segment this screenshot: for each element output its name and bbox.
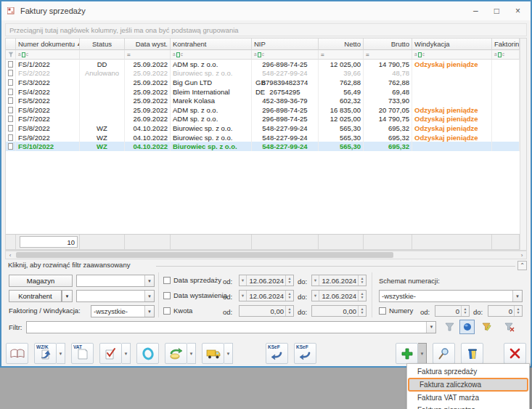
- wzk-dropdown-button[interactable]: ▼: [57, 343, 65, 364]
- column-header-data[interactable]: Data wyst.: [125, 39, 171, 50]
- view-invoice-button[interactable]: [433, 343, 455, 364]
- column-header-status[interactable]: Status: [80, 39, 125, 50]
- book-button[interactable]: [6, 343, 28, 364]
- table-row[interactable]: FS/2/2022Anulowano25.09.2022Biurowiec sp…: [6, 69, 520, 78]
- spinner-icon[interactable]: ▲▼: [358, 306, 366, 316]
- checkbox-icon[interactable]: [163, 292, 171, 299]
- table-row[interactable]: FS/7/202226.09.2022ADM sp. z o.o.296-898…: [6, 115, 520, 124]
- column-header-windykacja[interactable]: Windykacja: [412, 39, 492, 50]
- close-button[interactable]: ×: [515, 7, 520, 15]
- data-wystawienia-od-field[interactable]: ▼ 12.06.2024 ▲▼: [239, 290, 294, 301]
- column-header-faktoring[interactable]: Faktoring: [492, 39, 520, 50]
- windykacja-link[interactable]: Odzyskaj pieniądze: [414, 134, 478, 142]
- column-header-brutto[interactable]: Brutto: [364, 39, 412, 50]
- close-window-button[interactable]: [504, 343, 526, 364]
- row-checkbox[interactable]: [8, 125, 13, 131]
- scroll-right-icon[interactable]: ›: [517, 252, 526, 259]
- menu-item-faktura-sprzeda-y[interactable]: Faktura sprzedaży: [407, 365, 529, 378]
- scroll-left-icon[interactable]: ‹: [6, 252, 15, 259]
- row-checkbox[interactable]: [8, 116, 13, 122]
- chevron-down-icon[interactable]: ▼: [426, 322, 435, 333]
- spinner-icon[interactable]: ▲▼: [358, 275, 366, 286]
- filter-cell-brutto[interactable]: =: [364, 50, 412, 60]
- filter-panel-header[interactable]: Kliknij, aby rozwinąć filtr zaawansowany: [8, 261, 133, 269]
- row-checkbox[interactable]: [8, 143, 13, 150]
- payments-button[interactable]: [165, 343, 187, 364]
- row-checkbox[interactable]: [8, 89, 13, 95]
- spinner-icon[interactable]: ▲▼: [358, 291, 366, 301]
- filter-cell-nip[interactable]: ac: [252, 50, 319, 60]
- scrollbar-thumb[interactable]: [16, 252, 393, 258]
- filter-apply-button[interactable]: [442, 320, 457, 334]
- approve-dropdown-button[interactable]: ▼: [122, 343, 131, 364]
- kontrahent-dropdown-button[interactable]: ▼: [62, 290, 73, 302]
- numery-do-field[interactable]: 0 ▲▼: [488, 305, 523, 317]
- column-header-kontrahent[interactable]: Kontrahent: [171, 39, 252, 50]
- maximize-button[interactable]: □: [494, 7, 499, 15]
- kwota-do-field[interactable]: 0,00 ▲▼: [311, 305, 367, 317]
- chevron-down-icon[interactable]: ▼: [144, 291, 154, 301]
- group-by-bar[interactable]: Przeciągnij tutaj nagłówek kolumny, jeśl…: [5, 23, 527, 36]
- data-sprzedazy-checkbox[interactable]: Data sprzedaży: [163, 276, 221, 284]
- filter-active-toggle[interactable]: [459, 320, 475, 334]
- spinner-icon[interactable]: ▲▼: [461, 306, 469, 316]
- table-row[interactable]: FS/3/202225.09.2022Big Gun LTDGB87983948…: [6, 78, 520, 87]
- data-sprzedazy-do-field[interactable]: ▼ 12.06.2024 ▲▼: [311, 275, 367, 286]
- minimize-button[interactable]: –: [473, 7, 478, 15]
- filter-cell-data[interactable]: =: [125, 50, 171, 60]
- checkbox-icon[interactable]: [163, 277, 171, 284]
- filtr-combo[interactable]: ▼: [26, 321, 436, 333]
- collapse-filter-button[interactable]: ⌃: [517, 261, 527, 270]
- vertical-scrollbar[interactable]: [520, 39, 526, 250]
- ring-button[interactable]: [136, 343, 159, 364]
- add-invoice-button[interactable]: [396, 343, 418, 364]
- filter-cell-faktoring[interactable]: ac: [492, 50, 520, 60]
- data-wystawienia-checkbox[interactable]: Data wystawienia: [163, 291, 227, 299]
- column-header-numer[interactable]: Numer dokumentu▲: [16, 39, 80, 50]
- kwota-checkbox[interactable]: Kwota: [163, 307, 192, 315]
- column-header-sel[interactable]: [6, 39, 16, 50]
- windykacja-link[interactable]: Odzyskaj pieniądze: [414, 115, 478, 123]
- table-row[interactable]: FS/10/2022WZ04.10.2022Biurowiec sp. z o.…: [6, 142, 520, 151]
- chevron-down-icon[interactable]: ▼: [312, 291, 319, 301]
- column-header-netto[interactable]: Netto: [319, 39, 364, 50]
- wzk-button[interactable]: WZ/K: [34, 343, 57, 364]
- data-wystawienia-do-field[interactable]: ▼ 12.06.2024 ▲▼: [311, 290, 367, 301]
- kwota-od-field[interactable]: 0,00 ▲▼: [239, 305, 294, 317]
- table-row[interactable]: FS/6/202225.09.2022ADM sp. z o.o.296-898…: [6, 105, 520, 115]
- row-checkbox[interactable]: [8, 61, 13, 68]
- vat-button[interactable]: VAT: [71, 343, 94, 364]
- ksef-status-button[interactable]: KSeF: [294, 343, 316, 364]
- filter-clear-button[interactable]: [502, 320, 517, 334]
- delete-invoice-button[interactable]: [461, 343, 483, 364]
- menu-item-faktura-zaliczkowa[interactable]: Faktura zaliczkowa: [408, 378, 528, 392]
- table-row[interactable]: FS/8/2022WZ04.10.2022Biurowiec sp. z o.o…: [6, 123, 520, 133]
- table-row[interactable]: FS/1/2022DD25.09.2022ADM sp. z o.o.296-8…: [6, 60, 520, 69]
- row-checkbox[interactable]: [8, 79, 13, 86]
- numery-od-field[interactable]: 0 ▲▼: [435, 305, 470, 317]
- filter-cell-numer[interactable]: ac: [16, 50, 80, 60]
- row-checkbox[interactable]: [8, 70, 13, 76]
- add-invoice-dropdown-button[interactable]: ▼: [418, 343, 427, 364]
- filter-cell-windykacja[interactable]: ac: [412, 50, 492, 60]
- delivery-dropdown-button[interactable]: ▼: [224, 343, 233, 364]
- menu-item-faktura-vat-mar-a[interactable]: Faktura VAT marża: [407, 392, 529, 404]
- table-row[interactable]: FS/9/2022WZ04.10.2022Biurowiec sp. z o.o…: [6, 133, 520, 142]
- filter-cell-netto[interactable]: =: [319, 50, 364, 60]
- windykacja-link[interactable]: Odzyskaj pieniądze: [414, 60, 478, 68]
- checkbox-icon[interactable]: [379, 307, 386, 315]
- spinner-icon[interactable]: ▲▼: [285, 291, 293, 301]
- table-row[interactable]: FS/5/202225.09.2022Marek Kolasa452-389-3…: [6, 96, 520, 105]
- payments-dropdown-button[interactable]: ▼: [187, 343, 196, 364]
- filter-cell-sel[interactable]: [6, 50, 16, 60]
- checkbox-icon[interactable]: [163, 307, 171, 315]
- windykacja-link[interactable]: Odzyskaj pieniądze: [414, 106, 478, 114]
- data-sprzedazy-od-field[interactable]: ▼ 12.06.2024 ▲▼: [239, 275, 294, 286]
- ksef-send-button[interactable]: KSeF: [266, 343, 288, 364]
- chevron-down-icon[interactable]: ▼: [144, 275, 154, 286]
- menu-item-faktura-pierwotna[interactable]: Faktura pierwotna: [407, 404, 529, 409]
- chevron-down-icon[interactable]: ▼: [240, 275, 247, 286]
- filter-builder-button[interactable]: [479, 320, 494, 334]
- chevron-down-icon[interactable]: ▼: [144, 306, 154, 317]
- chevron-down-icon[interactable]: ▼: [512, 291, 522, 301]
